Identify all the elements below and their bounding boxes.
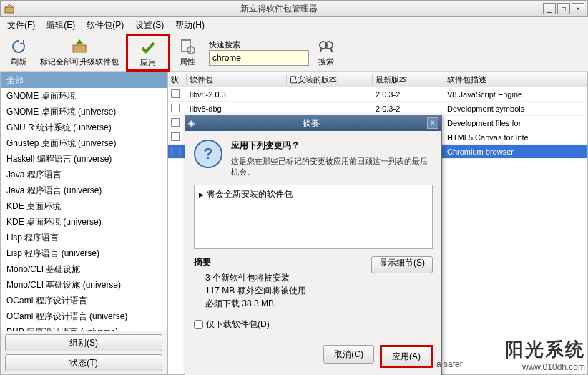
search-button[interactable]: 搜索 bbox=[312, 36, 340, 69]
search-icon bbox=[318, 38, 335, 55]
pkg-desc: V8 JavaScript Engine bbox=[444, 90, 587, 99]
apply-button[interactable]: 应用 bbox=[134, 37, 162, 69]
sidebar-item[interactable]: PHP 程序设计语言 (universe) bbox=[1, 324, 167, 331]
cancel-button[interactable]: 取消(C) bbox=[323, 345, 374, 364]
mark-checkbox[interactable] bbox=[168, 104, 187, 114]
sidebar-item[interactable]: Haskell 编程语言 (universe) bbox=[1, 151, 167, 167]
dialog-tree[interactable]: ▶ 将会全新安装的软件包 bbox=[194, 185, 433, 249]
apply-highlight: 应用 bbox=[126, 34, 170, 72]
mark-upgrades-label: 标记全部可升级软件包 bbox=[40, 57, 119, 67]
quick-search: 快速搜索 bbox=[209, 39, 309, 66]
refresh-button[interactable]: 刷新 bbox=[4, 36, 33, 69]
pkg-name: libv8-dbg bbox=[187, 104, 287, 113]
dialog-titlebar[interactable]: ◈ 摘要 × bbox=[185, 115, 441, 131]
window-title: 新立得软件包管理器 bbox=[15, 3, 543, 15]
sidebar-item[interactable]: OCaml 程序设计语言 bbox=[1, 293, 167, 308]
col-name[interactable]: 软件包 bbox=[187, 74, 287, 85]
dialog-subtext: 这是您在那些已标记的变更被应用前回顾这一列表的最后机会。 bbox=[231, 156, 433, 177]
dialog-title-icon: ◈ bbox=[188, 118, 195, 128]
search-input[interactable] bbox=[209, 50, 309, 66]
package-row[interactable]: libv8-dbg2.0.3-2Development symbols bbox=[168, 102, 587, 116]
col-desc[interactable]: 软件包描述 bbox=[444, 74, 587, 85]
properties-label: 属性 bbox=[180, 57, 195, 67]
download-only-checkbox[interactable]: 仅下载软件包(D) bbox=[194, 318, 433, 331]
svg-rect-2 bbox=[182, 40, 190, 52]
pkg-desc: Development files for bbox=[444, 119, 587, 127]
menu-edit[interactable]: 编辑(E) bbox=[42, 18, 79, 33]
stray-text: a safer bbox=[436, 359, 463, 369]
menu-package[interactable]: 软件包(P) bbox=[82, 18, 128, 33]
mark-checkbox[interactable] bbox=[168, 89, 187, 99]
properties-button[interactable]: 属性 bbox=[173, 36, 202, 69]
sidebar: 全部GNOME 桌面环境GNOME 桌面环境 (universe)GNU R 统… bbox=[0, 72, 167, 375]
sidebar-item[interactable]: Mono/CLI 基础设施 bbox=[1, 261, 167, 277]
svg-rect-1 bbox=[73, 45, 86, 52]
search-label: 搜索 bbox=[318, 57, 334, 67]
mark-upgrades-icon bbox=[71, 38, 88, 55]
expand-icon[interactable]: ▶ bbox=[199, 191, 204, 198]
status-button[interactable]: 状态(T) bbox=[5, 354, 162, 371]
apply-label: 应用 bbox=[140, 57, 156, 68]
sidebar-item[interactable]: GNU R 统计系统 (universe) bbox=[1, 120, 167, 135]
dialog-summary: 摘要 3 个新软件包将被安装 117 MB 额外空间将被使用 必须下载 38.3… bbox=[194, 256, 433, 310]
pkg-name: libv8-2.0.3 bbox=[187, 90, 287, 99]
mark-upgrades-button[interactable]: 标记全部可升级软件包 bbox=[36, 36, 123, 69]
sidebar-item[interactable]: OCaml 程序设计语言 (universe) bbox=[1, 308, 167, 324]
download-only-input[interactable] bbox=[194, 320, 203, 329]
question-icon: ? bbox=[194, 140, 222, 168]
menubar: 文件(F) 编辑(E) 软件包(P) 设置(S) 帮助(H) bbox=[0, 17, 588, 34]
summary-line: 必须下载 38.3 MB bbox=[194, 297, 371, 310]
app-icon bbox=[4, 3, 15, 14]
maximize-button[interactable]: □ bbox=[557, 3, 570, 14]
sidebar-item[interactable]: Java 程序语言 (universe) bbox=[1, 182, 167, 198]
summary-line: 3 个新软件包将被安装 bbox=[194, 271, 371, 284]
svg-rect-0 bbox=[5, 7, 14, 13]
dialog-buttons: 取消(C) 应用(A) bbox=[185, 339, 441, 375]
quick-search-label: 快速搜索 bbox=[209, 39, 309, 50]
apply-icon bbox=[139, 39, 157, 56]
pkg-latest: 2.0.3-2 bbox=[373, 90, 444, 99]
download-only-label: 仅下载软件包(D) bbox=[206, 318, 270, 331]
package-header: 状 软件包 已安装的版本 最新版本 软件包描述 bbox=[167, 72, 588, 87]
menu-settings[interactable]: 设置(S) bbox=[131, 18, 168, 33]
sidebar-buttons: 组别(S) 状态(T) bbox=[1, 331, 167, 374]
refresh-label: 刷新 bbox=[11, 57, 26, 67]
sidebar-item[interactable]: KDE 桌面环境 (universe) bbox=[1, 214, 167, 230]
sidebar-item[interactable]: 全部 bbox=[1, 72, 167, 88]
category-list[interactable]: 全部GNOME 桌面环境GNOME 桌面环境 (universe)GNU R 统… bbox=[1, 72, 167, 331]
dialog-apply-button[interactable]: 应用(A) bbox=[382, 347, 431, 366]
sidebar-item[interactable]: GNOME 桌面环境 bbox=[1, 88, 167, 104]
dialog-header: ? 应用下列变更吗？ 这是您在那些已标记的变更被应用前回顾这一列表的最后机会。 bbox=[194, 140, 433, 177]
minimize-button[interactable]: _ bbox=[543, 3, 556, 14]
close-button[interactable]: × bbox=[572, 3, 584, 14]
dialog-close-button[interactable]: × bbox=[427, 117, 438, 129]
pkg-latest: 2.0.3-2 bbox=[373, 104, 444, 113]
col-latest[interactable]: 最新版本 bbox=[373, 74, 444, 85]
menu-file[interactable]: 文件(F) bbox=[3, 18, 39, 33]
show-details-button[interactable]: 显示细节(S) bbox=[371, 256, 433, 273]
window-controls: _ □ × bbox=[543, 3, 584, 14]
pkg-desc: HTML5 Canvas for Inte bbox=[444, 133, 587, 142]
sidebar-item[interactable]: Lisp 程序语言 bbox=[1, 230, 167, 245]
sidebar-item[interactable]: Java 程序语言 bbox=[1, 167, 167, 182]
sidebar-item[interactable]: GNOME 桌面环境 (universe) bbox=[1, 104, 167, 120]
sidebar-item[interactable]: Mono/CLI 基础设施 (universe) bbox=[1, 277, 167, 293]
properties-icon bbox=[179, 38, 196, 55]
dialog-apply-highlight: 应用(A) bbox=[380, 345, 433, 368]
dialog-title: 摘要 bbox=[195, 117, 427, 130]
col-installed[interactable]: 已安装的版本 bbox=[287, 74, 373, 85]
package-row[interactable]: libv8-2.0.32.0.3-2V8 JavaScript Engine bbox=[168, 87, 587, 102]
sidebar-item[interactable]: KDE 桌面环境 bbox=[1, 198, 167, 214]
sidebar-item[interactable]: Gnustep 桌面环境 (universe) bbox=[1, 135, 167, 151]
pkg-desc: Chromium browser bbox=[444, 147, 587, 156]
dialog-heading: 应用下列变更吗？ bbox=[231, 140, 433, 152]
summary-line: 117 MB 额外空间将被使用 bbox=[194, 284, 371, 297]
pkg-desc: Development symbols bbox=[444, 104, 587, 113]
menu-help[interactable]: 帮助(H) bbox=[171, 18, 209, 33]
col-mark[interactable]: 状 bbox=[168, 74, 187, 85]
group-button[interactable]: 组别(S) bbox=[5, 334, 162, 351]
summary-heading: 摘要 bbox=[194, 256, 371, 268]
tree-row[interactable]: ▶ 将会全新安装的软件包 bbox=[199, 188, 428, 200]
dialog-body: ? 应用下列变更吗？ 这是您在那些已标记的变更被应用前回顾这一列表的最后机会。 … bbox=[185, 131, 441, 339]
sidebar-item[interactable]: Lisp 程序语言 (universe) bbox=[1, 245, 167, 261]
